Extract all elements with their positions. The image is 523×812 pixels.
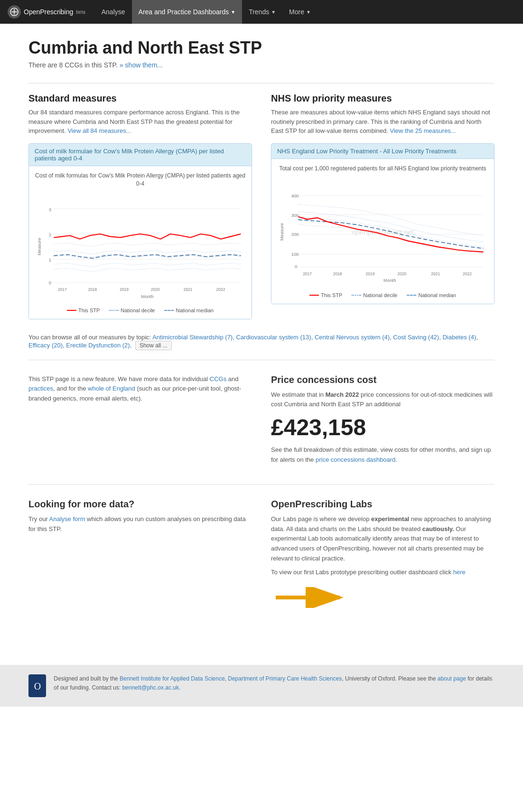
topic-cns[interactable]: Central Nervous system (4) <box>315 334 390 341</box>
legend-line-dashed <box>164 310 174 311</box>
chevron-down-icon: ▼ <box>231 9 235 15</box>
practices-link[interactable]: practices <box>28 385 53 392</box>
page-subtitle: There are 8 CCGs in this STP. » show the… <box>28 61 495 69</box>
svg-text:Measure: Measure <box>279 223 284 241</box>
divider-3 <box>28 484 495 485</box>
svg-text:2019: 2019 <box>120 287 129 292</box>
right-arrow-icon <box>271 587 347 608</box>
standard-measures-col: Standard measures Our 84 standard measur… <box>28 93 252 319</box>
nhs-low-priority-chart: openprescribing.net Measure 400 300 200 … <box>277 177 488 287</box>
price-concessions-link[interactable]: price concessions dashboard <box>316 456 395 463</box>
looking-more-title: Looking for more data? <box>28 499 252 510</box>
svg-text:2017: 2017 <box>58 287 67 292</box>
labs-text: Our Labs page is where we develop experi… <box>271 514 495 564</box>
svg-text:3: 3 <box>49 207 51 213</box>
email-link[interactable]: bennett@phc.ox.ac.uk <box>122 684 179 691</box>
topic-efficacy[interactable]: Efficacy (20) <box>28 342 63 349</box>
topic-antimicrobial[interactable]: Antimicrobial Stewardship (7) <box>152 334 233 341</box>
nhs-low-priority-desc: These are measures about low-value items… <box>271 108 495 136</box>
footer: O Designed and built by the Bennett Inst… <box>0 665 523 707</box>
svg-text:Measure: Measure <box>37 238 42 256</box>
measures-section: Standard measures Our 84 standard measur… <box>28 93 495 319</box>
nhs-chart-title: Total cost per 1,000 registered patients… <box>277 165 488 173</box>
labs-col: OpenPrescribing Labs Our Labs page is wh… <box>271 499 495 617</box>
legend-stp: This STP <box>67 308 100 313</box>
nhs-chart-card-header: NHS England Low Priority Treatment - All… <box>271 144 494 159</box>
divider-2 <box>28 360 495 360</box>
navbar: OpenPrescribingbeta Analyse Area and Pra… <box>0 0 523 24</box>
svg-text:2022: 2022 <box>216 287 225 292</box>
nav-area-practice[interactable]: Area and Practice Dashboards ▼ <box>132 0 243 24</box>
looking-more-col: Looking for more data? Try our Analyse f… <box>28 499 252 617</box>
svg-text:2: 2 <box>49 233 51 238</box>
legend-decile: National decile <box>109 308 155 313</box>
nhs-low-priority-chart-card: NHS England Low Priority Treatment - All… <box>271 143 495 304</box>
svg-text:2018: 2018 <box>333 271 342 276</box>
price-concessions-more: See the full breakdown of this estimate,… <box>271 445 495 465</box>
nhs-chart-card-body: Total cost per 1,000 registered patients… <box>271 159 494 304</box>
show-ccgs-link[interactable]: » show them... <box>120 61 163 69</box>
oxford-logo: O <box>28 674 46 697</box>
topic-diabetes[interactable]: Diabetes (4) <box>442 334 476 341</box>
chart-title: Cost of milk formulas for Cow's Milk Pro… <box>35 172 246 188</box>
nhs-low-priority-title: NHS low priority measures <box>271 93 495 104</box>
bennett-link[interactable]: Bennett Institute for Applied Data Scien… <box>120 675 224 682</box>
nhs-legend-decile: National decile <box>352 292 397 298</box>
analyse-form-link[interactable]: Analyse form <box>49 515 85 523</box>
divider-1 <box>28 83 495 84</box>
page-title: Cumbria and North East STP <box>28 38 495 57</box>
nav-more[interactable]: More ▼ <box>282 0 318 24</box>
legend-line-red <box>67 310 76 311</box>
dept-link[interactable]: Department of Primary Care Health Scienc… <box>228 675 342 682</box>
labs-arrow-container <box>271 587 495 608</box>
nhs-legend-line-red <box>309 295 319 296</box>
ccgs-link[interactable]: CCGs <box>210 375 226 383</box>
legend-line-dotted <box>109 310 119 311</box>
svg-text:Month: Month <box>141 294 153 299</box>
topic-cost-saving[interactable]: Cost Saving (42), <box>393 334 440 341</box>
chart-card-header: Cost of milk formulae for Cow's Milk Pro… <box>29 144 252 166</box>
svg-text:Month: Month <box>383 278 396 283</box>
topic-erectile[interactable]: Erectile Dysfunction (2), <box>66 342 131 349</box>
logo-svg <box>10 8 19 16</box>
svg-text:2020: 2020 <box>151 287 160 292</box>
price-concessions-col: Price concessions cost We estimate that … <box>271 374 495 470</box>
view-all-measures-link[interactable]: View all 84 measures... <box>67 127 131 134</box>
nav-trends[interactable]: Trends ▼ <box>242 0 282 24</box>
main-content: Cumbria and North East STP There are 8 C… <box>0 24 523 646</box>
standard-measures-chart: Measure 3 2 1 0 <box>35 191 246 302</box>
logo-text: OpenPrescribing <box>24 8 73 16</box>
logo-icon <box>8 5 21 19</box>
legend-median: National median <box>164 308 214 313</box>
labs-here-link[interactable]: here <box>453 569 466 576</box>
svg-text:300: 300 <box>291 212 299 217</box>
show-all-topics-button[interactable]: Show all ... <box>135 341 172 350</box>
logo-beta: beta <box>76 9 85 15</box>
standard-measures-title: Standard measures <box>28 93 252 104</box>
price-concessions-title: Price concessions cost <box>271 374 495 385</box>
nhs-legend-median: National median <box>407 292 456 298</box>
topics-section: You can browse all of our measures by to… <box>28 334 495 350</box>
nav-logo[interactable]: OpenPrescribingbeta <box>8 5 85 19</box>
chevron-down-icon: ▼ <box>271 9 276 15</box>
nav-analyse[interactable]: Analyse <box>95 0 132 24</box>
topic-cardiovascular[interactable]: Cardiovascular system (13) <box>236 334 311 341</box>
footer-inner: O Designed and built by the Bennett Inst… <box>28 674 495 697</box>
svg-text:2021: 2021 <box>184 287 193 292</box>
whole-england-link[interactable]: whole of England <box>88 385 135 392</box>
chevron-down-icon: ▼ <box>306 9 311 15</box>
svg-text:2018: 2018 <box>88 287 97 292</box>
about-page-link[interactable]: about page <box>438 675 466 682</box>
svg-text:200: 200 <box>291 232 299 237</box>
view-25-measures-link[interactable]: View the 25 measures... <box>390 127 456 134</box>
svg-text:400: 400 <box>291 193 299 198</box>
nhs-legend-line-dashed <box>407 295 416 296</box>
nhs-legend-stp: This STP <box>309 292 342 298</box>
svg-text:2020: 2020 <box>397 271 406 276</box>
looking-more-text: Try our Analyse form which allows you ru… <box>28 514 252 534</box>
nhs-low-priority-col: NHS low priority measures These are meas… <box>271 93 495 319</box>
nhs-legend-line-dotted <box>352 295 361 296</box>
stp-info-text: This STP page is a new feature. We have … <box>28 374 252 404</box>
standard-measures-desc: Our 84 standard measures compare perform… <box>28 108 252 136</box>
stp-info-col: This STP page is a new feature. We have … <box>28 374 252 470</box>
